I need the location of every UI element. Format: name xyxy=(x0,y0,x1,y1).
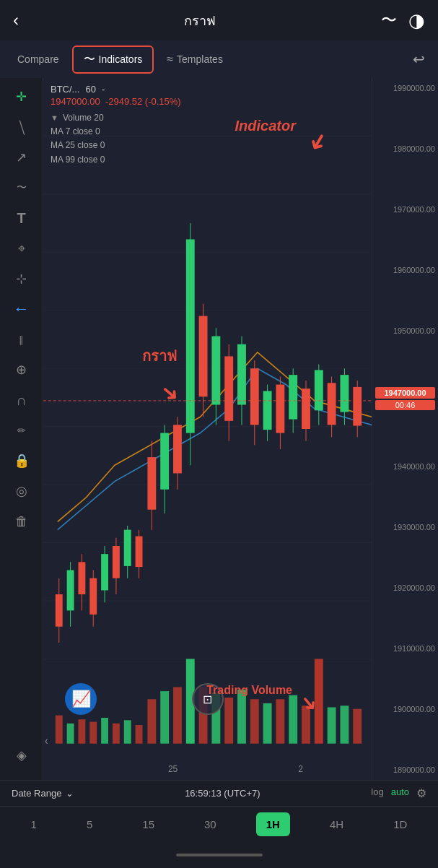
svg-rect-61 xyxy=(56,716,63,744)
svg-rect-69 xyxy=(147,699,156,743)
toolbar: Compare 〜 Indicators ≈ Templates ↩ xyxy=(0,40,438,78)
tf-30[interactable]: 30 xyxy=(194,812,227,836)
svg-rect-20 xyxy=(101,554,108,590)
chart-info: BTC/... 60 - 1947000.00 -2949.52 (-0.15%… xyxy=(51,84,181,167)
price-1950: 1950000.00 xyxy=(375,326,435,335)
svg-rect-84 xyxy=(340,706,349,744)
timeframe-bar: 1 5 15 30 1H 4H 1D xyxy=(0,806,438,842)
indicators-button[interactable]: 〜 Indicators xyxy=(72,45,154,74)
chart-wrapper: ‹ BTC/... 60 - 1947000.00 -2949.52 (-0.1… xyxy=(43,78,438,780)
zoomin-icon[interactable]: ⊕ xyxy=(9,357,35,383)
svg-rect-24 xyxy=(124,530,131,566)
svg-rect-68 xyxy=(136,725,143,744)
price-1910: 1910000.00 xyxy=(375,644,435,653)
price-1920: 1920000.00 xyxy=(375,583,435,592)
svg-rect-64 xyxy=(89,722,97,744)
back-button[interactable]: ‹ xyxy=(13,10,19,30)
indicators-label: Indicators xyxy=(99,53,143,65)
lock-icon[interactable]: 🔒 xyxy=(9,448,35,474)
price-1960: 1960000.00 xyxy=(375,266,435,274)
magnet-icon[interactable]: ∩ xyxy=(9,387,35,413)
svg-rect-79 xyxy=(276,699,284,743)
trend-icon[interactable]: 〜 xyxy=(381,9,397,31)
svg-rect-26 xyxy=(136,537,143,567)
current-price-tag: 1947000.00 xyxy=(375,387,435,399)
crosshair-icon[interactable]: ✛ xyxy=(9,84,35,110)
eye-icon[interactable]: ◎ xyxy=(9,478,35,504)
xaxis-label-25: 25 xyxy=(168,764,178,774)
templates-button[interactable]: ≈ Templates xyxy=(157,48,233,71)
price-axis: 1990000.00 1980000.00 1970000.00 1960000… xyxy=(372,78,438,780)
line-tool-icon[interactable]: ╱ xyxy=(3,109,40,146)
node-tool-icon[interactable]: ⌖ xyxy=(9,235,35,261)
svg-rect-83 xyxy=(328,707,336,743)
svg-rect-54 xyxy=(315,370,323,410)
svg-rect-32 xyxy=(173,425,182,473)
draw-tool-icon[interactable]: 〜 xyxy=(9,175,35,201)
tf-4h[interactable]: 4H xyxy=(320,812,354,836)
tf-5[interactable]: 5 xyxy=(76,812,102,836)
svg-rect-42 xyxy=(237,344,246,405)
candlestick-chart: ‹ xyxy=(43,78,372,780)
text-tool-icon[interactable]: T xyxy=(9,205,35,231)
layers-icon[interactable]: ◈ xyxy=(9,742,35,768)
countdown-tag: 00:46 xyxy=(375,400,435,410)
trash-icon[interactable]: 🗑 xyxy=(9,508,35,534)
chart-type-icon[interactable]: ◑ xyxy=(408,9,425,32)
auto-button[interactable]: auto xyxy=(391,786,409,800)
svg-rect-66 xyxy=(113,724,120,744)
svg-rect-70 xyxy=(160,691,169,744)
svg-rect-44 xyxy=(250,368,259,425)
undo-button[interactable]: ↩ xyxy=(407,48,431,71)
chart-price: 1947000.00 -2949.52 (-0.15%) xyxy=(51,96,181,107)
svg-rect-78 xyxy=(263,703,272,744)
svg-rect-67 xyxy=(124,720,131,743)
templates-icon: ≈ xyxy=(167,53,173,66)
tf-1h[interactable]: 1H xyxy=(256,812,290,836)
price-1980: 1980000.00 xyxy=(375,144,435,153)
svg-rect-46 xyxy=(263,391,272,430)
indicator-row-ma7: MA 7 close 0 xyxy=(51,125,181,139)
svg-rect-14 xyxy=(67,570,74,611)
svg-rect-34 xyxy=(186,239,195,433)
tf-1[interactable]: 1 xyxy=(21,812,47,836)
date-range-group[interactable]: Date Range ⌄ xyxy=(12,788,74,799)
price-1930: 1930000.00 xyxy=(375,523,435,531)
price-1990: 1990000.00 xyxy=(375,84,435,92)
svg-rect-36 xyxy=(199,316,208,397)
chart-indicators: ▼ Volume 20 MA 7 close 0 MA 25 close 0 M… xyxy=(51,111,181,167)
svg-rect-76 xyxy=(237,690,246,744)
svg-rect-16 xyxy=(78,562,85,594)
svg-rect-56 xyxy=(328,383,336,425)
date-range-chevron: ⌄ xyxy=(66,788,74,799)
svg-rect-48 xyxy=(276,385,284,433)
pencil-lock-icon[interactable]: ✏ xyxy=(9,417,35,443)
price-1900: 1900000.00 xyxy=(375,705,435,713)
page-title: กราฟ xyxy=(184,10,216,31)
left-sidebar: ✛ ╱ ↗ 〜 T ⌖ ⊹ ← ∥ ⊕ ∩ ✏ 🔒 ◎ 🗑 ◈ xyxy=(0,78,43,780)
svg-rect-22 xyxy=(113,546,120,578)
svg-rect-60 xyxy=(353,387,362,426)
svg-rect-28 xyxy=(147,457,156,510)
chart-area[interactable]: ‹ BTC/... 60 - 1947000.00 -2949.52 (-0.1… xyxy=(43,78,372,780)
svg-rect-63 xyxy=(78,719,85,744)
indicator-row-ma25: MA 25 close 0 xyxy=(51,139,181,152)
compare-button[interactable]: Compare xyxy=(7,48,69,70)
home-indicator xyxy=(0,842,438,868)
svg-rect-85 xyxy=(353,709,362,744)
settings-icon[interactable]: ⚙ xyxy=(416,786,426,800)
back-icon[interactable]: ← xyxy=(9,296,35,322)
ruler-icon[interactable]: ∥ xyxy=(9,326,35,352)
tf-15[interactable]: 15 xyxy=(132,812,165,836)
indicator-row-volume: ▼ Volume 20 xyxy=(51,111,181,125)
svg-rect-62 xyxy=(67,724,74,744)
svg-rect-77 xyxy=(250,699,259,743)
header: ‹ กราฟ 〜 ◑ xyxy=(0,0,438,40)
svg-rect-58 xyxy=(340,375,349,412)
tf-1d[interactable]: 1D xyxy=(383,812,417,836)
log-button[interactable]: log xyxy=(371,786,383,800)
arrow-tool-icon[interactable]: ↗ xyxy=(9,144,35,170)
svg-rect-30 xyxy=(160,433,169,490)
chart-symbol: BTC/... 60 - xyxy=(51,84,181,95)
measure-tool-icon[interactable]: ⊹ xyxy=(9,266,35,292)
